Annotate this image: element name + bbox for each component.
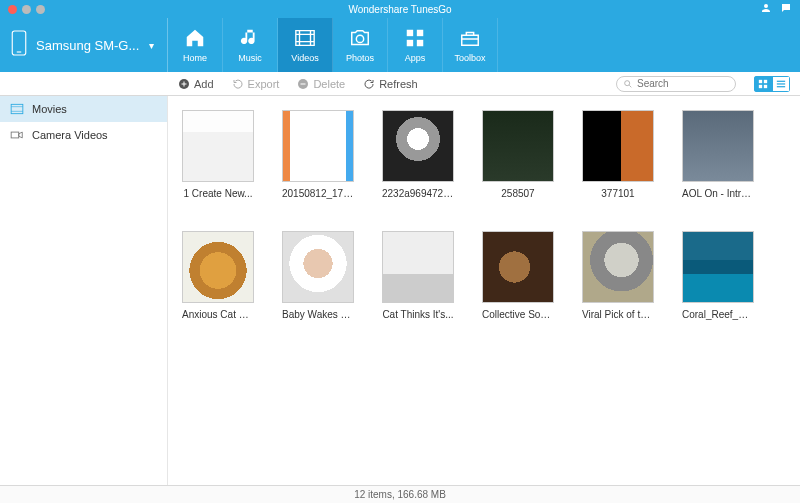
svg-rect-22 (11, 132, 19, 138)
video-caption: 20150812_175521 (282, 188, 354, 199)
video-caption: 1 Create New... (182, 188, 254, 199)
list-icon (776, 79, 786, 89)
video-item[interactable]: Cat Thinks It's... (382, 231, 454, 320)
svg-rect-13 (764, 79, 767, 82)
video-caption: 2232a9694724... (382, 188, 454, 199)
tab-videos-label: Videos (291, 53, 318, 63)
video-item[interactable]: Collective Soul... (482, 231, 554, 320)
add-button[interactable]: Add (178, 78, 214, 90)
video-caption: 377101 (582, 188, 654, 199)
svg-rect-9 (301, 83, 306, 84)
tab-home[interactable]: Home (168, 18, 223, 72)
svg-rect-16 (777, 80, 785, 81)
refresh-button[interactable]: Refresh (363, 78, 418, 90)
sidebar-item-label: Movies (32, 103, 67, 115)
photos-icon (349, 27, 371, 49)
apps-icon (404, 27, 426, 49)
video-item[interactable]: 20150812_175521 (282, 110, 354, 199)
video-caption: Coral_Reef_Ad... (682, 309, 754, 320)
tab-photos[interactable]: Photos (333, 18, 388, 72)
camcorder-icon (10, 129, 24, 141)
video-thumbnail (582, 231, 654, 303)
video-grid: 1 Create New...20150812_1755212232a96947… (182, 110, 794, 320)
feedback-icon[interactable] (780, 2, 792, 16)
svg-point-2 (356, 35, 363, 42)
video-item[interactable]: 2232a9694724... (382, 110, 454, 199)
svg-rect-14 (759, 84, 762, 87)
sidebar-item-label: Camera Videos (32, 129, 108, 141)
video-thumbnail (282, 231, 354, 303)
phone-icon (10, 29, 28, 61)
video-caption: Viral Pick of the... (582, 309, 654, 320)
status-text: 12 items, 166.68 MB (354, 489, 446, 500)
svg-rect-3 (407, 30, 413, 36)
video-item[interactable]: Anxious Cat Ca... (182, 231, 254, 320)
video-item[interactable]: 258507 (482, 110, 554, 199)
content-area: 1 Create New...20150812_1755212232a96947… (168, 96, 800, 485)
video-item[interactable]: Baby Wakes U... (282, 231, 354, 320)
grid-view-button[interactable] (754, 76, 772, 92)
sidebar: Movies Camera Videos (0, 96, 168, 485)
search-icon (623, 79, 633, 89)
tab-photos-label: Photos (346, 53, 374, 63)
tab-music[interactable]: Music (223, 18, 278, 72)
grid-icon (758, 79, 768, 89)
video-item[interactable]: Coral_Reef_Ad... (682, 231, 754, 320)
svg-rect-17 (777, 83, 785, 84)
search-input[interactable] (637, 78, 717, 89)
account-icon[interactable] (760, 2, 772, 16)
export-button[interactable]: Export (232, 78, 280, 90)
list-view-button[interactable] (772, 76, 790, 92)
sidebar-item-movies[interactable]: Movies (0, 96, 167, 122)
video-item[interactable]: Viral Pick of the... (582, 231, 654, 320)
video-thumbnail (682, 231, 754, 303)
refresh-label: Refresh (379, 78, 418, 90)
video-thumbnail (182, 110, 254, 182)
app-title: Wondershare TunesGo (0, 4, 800, 15)
delete-button[interactable]: Delete (297, 78, 345, 90)
device-selector[interactable]: Samsung SM-G... ▾ (0, 18, 168, 72)
video-thumbnail (682, 110, 754, 182)
svg-rect-15 (764, 84, 767, 87)
video-caption: Anxious Cat Ca... (182, 309, 254, 320)
delete-icon (297, 78, 309, 90)
video-caption: Collective Soul... (482, 309, 554, 320)
tab-toolbox-label: Toolbox (454, 53, 485, 63)
video-caption: Baby Wakes U... (282, 309, 354, 320)
export-icon (232, 78, 244, 90)
tab-music-label: Music (238, 53, 262, 63)
svg-rect-19 (11, 104, 23, 113)
video-item[interactable]: 1 Create New... (182, 110, 254, 199)
tab-videos[interactable]: Videos (278, 18, 333, 72)
svg-rect-12 (759, 79, 762, 82)
tab-apps[interactable]: Apps (388, 18, 443, 72)
videos-icon (294, 27, 316, 49)
tab-toolbox[interactable]: Toolbox (443, 18, 498, 72)
video-thumbnail (382, 110, 454, 182)
sidebar-item-camera-videos[interactable]: Camera Videos (0, 122, 167, 148)
plus-circle-icon (178, 78, 190, 90)
svg-rect-6 (417, 40, 423, 46)
video-item[interactable]: 377101 (582, 110, 654, 199)
status-bar: 12 items, 166.68 MB (0, 485, 800, 503)
video-item[interactable]: AOL On - Intro... (682, 110, 754, 199)
video-thumbnail (182, 231, 254, 303)
add-label: Add (194, 78, 214, 90)
svg-line-11 (629, 85, 631, 87)
svg-rect-18 (777, 86, 785, 87)
toolbar: Add Export Delete Refresh (0, 72, 800, 96)
video-caption: AOL On - Intro... (682, 188, 754, 199)
svg-rect-5 (407, 40, 413, 46)
video-thumbnail (382, 231, 454, 303)
delete-label: Delete (313, 78, 345, 90)
video-caption: 258507 (482, 188, 554, 199)
device-name: Samsung SM-G... (36, 38, 139, 53)
film-icon (10, 103, 24, 115)
svg-point-10 (625, 80, 630, 85)
video-thumbnail (582, 110, 654, 182)
svg-rect-0 (12, 31, 26, 55)
search-box[interactable] (616, 76, 736, 92)
video-thumbnail (282, 110, 354, 182)
music-icon (239, 27, 261, 49)
nav-tabs: Home Music Videos Photos Apps Toolbox (168, 18, 498, 72)
